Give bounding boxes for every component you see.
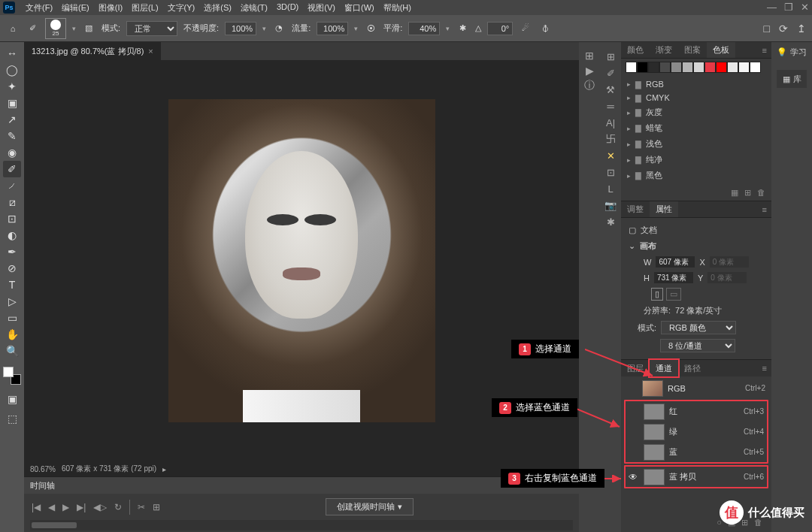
menu-窗口(W)[interactable]: 窗口(W) [340,1,379,15]
stool-1[interactable]: ✐ [602,65,619,81]
stool-2[interactable]: ⚒ [602,81,619,98]
color-folder-灰度[interactable]: ▸▇灰度 [626,104,767,120]
menu-3D(D)[interactable]: 3D(D) [272,1,303,15]
stool-5[interactable]: 卐 [602,131,619,147]
stool-10[interactable]: ✱ [602,213,619,230]
tab-close-icon[interactable]: × [148,47,153,56]
colormode-select[interactable]: RGB 颜色 [661,321,736,334]
mtool-1[interactable]: ▶ [582,63,597,78]
close-button[interactable]: ✕ [801,2,809,13]
swatch-10[interactable] [738,62,750,73]
mtool-2[interactable]: ⓘ [582,78,597,93]
color-tab-颜色[interactable]: 颜色 [621,42,650,58]
timeline-scrollbar[interactable] [30,520,573,530]
tool-0[interactable]: ↔ [3,45,21,62]
brush-preview[interactable]: 25 [45,18,66,39]
swatch-11[interactable] [750,62,761,73]
grid-icon[interactable]: ⊞ [153,502,160,512]
menu-编辑(E)[interactable]: 编辑(E) [57,1,94,15]
frame-icon[interactable]: □ [764,23,770,35]
tool-10[interactable]: ⊡ [3,210,21,227]
folder-icon[interactable]: ▦ [731,188,738,198]
stool-7[interactable]: ⊡ [602,164,619,180]
swatch-picker-icon[interactable]: ▧ [82,22,95,35]
share-icon[interactable]: ↥ [797,23,806,35]
tool-12[interactable]: ✒ [3,243,21,260]
swatch-4[interactable] [671,62,682,73]
swatch-3[interactable] [659,62,671,73]
tool-4[interactable]: ↗ [3,111,21,128]
tl-ctrl-0[interactable]: |◀ [32,502,41,512]
flow-input[interactable] [317,22,348,35]
tool-8[interactable]: ⟋ [3,177,21,194]
trash-icon[interactable]: 🗑 [757,188,765,198]
pressure-opacity-icon[interactable]: ◔ [272,22,286,35]
color-folder-浅色[interactable]: ▸▇浅色 [626,136,767,152]
swatch-0[interactable] [626,62,637,73]
color-folder-蜡笔[interactable]: ▸▇蜡笔 [626,120,767,136]
canvas-collapse-icon[interactable]: ⌄ [629,241,635,251]
menu-滤镜(T)[interactable]: 滤镜(T) [236,1,272,15]
restore-button[interactable]: ❐ [784,2,793,13]
properties-tab[interactable]: 属性 [650,201,678,217]
width-input[interactable] [656,256,695,268]
airbrush-icon[interactable]: ⦿ [364,22,377,35]
stool-6[interactable]: ✕ [602,147,619,164]
symmetry-icon[interactable]: ⦽ [538,22,552,35]
adjustments-tab[interactable]: 调整 [621,201,650,217]
color-folder-纯净[interactable]: ▸▇纯净 [626,152,767,168]
tl-ctrl-1[interactable]: ◀ [48,502,55,512]
quickmask-icon[interactable]: ▣ [3,391,21,407]
foreground-color[interactable] [3,367,14,377]
tl-ctrl-5[interactable]: ↻ [114,502,122,512]
pressure-size-icon[interactable]: ☄ [519,22,532,35]
tool-13[interactable]: ⊘ [3,260,21,277]
stool-3[interactable]: ═ [602,98,619,114]
tool-9[interactable]: ⧄ [3,194,21,210]
brush-tool-icon[interactable]: ✐ [26,22,39,35]
channel-绿[interactable]: 绿Ctrl+4 [626,422,767,442]
menu-文件(F)[interactable]: 文件(F) [21,1,57,15]
tool-16[interactable]: ▭ [3,310,21,326]
color-tab-渐变[interactable]: 渐变 [650,42,678,58]
tool-18[interactable]: 🔍 [3,343,21,359]
tool-6[interactable]: ◉ [3,144,21,161]
height-input[interactable] [654,272,693,283]
scissors-icon[interactable]: ✂ [138,502,145,512]
channels-tab[interactable]: 通道 [650,360,678,376]
workspace-icon[interactable]: ⟳ [779,23,788,35]
menu-帮助(H)[interactable]: 帮助(H) [379,1,416,15]
swatch-9[interactable] [727,62,738,73]
landscape-icon[interactable]: ▭ [666,288,681,301]
layers-tab[interactable]: 图层 [621,360,650,376]
tool-1[interactable]: ◯ [3,62,21,78]
color-folder-CMYK[interactable]: ▸▇CMYK [626,91,767,104]
tl-ctrl-2[interactable]: ▶ [62,502,69,512]
smooth-input[interactable] [408,22,440,35]
blend-mode-select[interactable]: 正常 [126,21,177,36]
color-folder-黑色[interactable]: ▸▇黑色 [626,168,767,183]
swatch-6[interactable] [693,62,704,73]
tool-15[interactable]: ▷ [3,293,21,310]
portrait-icon[interactable]: ▯ [651,288,663,301]
tool-11[interactable]: ◐ [3,227,21,243]
color-tab-图案[interactable]: 图案 [678,42,707,58]
color-swatch[interactable] [3,367,21,385]
channel-rgb[interactable]: RGBCtrl+2 [624,378,768,398]
mtool-0[interactable]: ⊞ [582,48,597,63]
tool-3[interactable]: ▣ [3,95,21,111]
document-tab[interactable]: 13213.jpg @ 80.7%(蓝 拷贝/8) × [24,42,161,60]
swatch-5[interactable] [682,62,693,73]
tool-2[interactable]: ✦ [3,78,21,95]
color-tab-色板[interactable]: 色板 [707,42,735,58]
stool-8[interactable]: L [602,180,619,197]
menu-文字(Y)[interactable]: 文字(Y) [163,1,200,15]
opacity-input[interactable] [225,22,256,35]
swatch-8[interactable] [716,62,727,73]
bitdepth-select[interactable]: 8 位/通道 [660,339,735,352]
library-button[interactable]: ▦库 [777,70,807,88]
learn-button[interactable]: 💡学习 [777,47,807,58]
menu-图像(I)[interactable]: 图像(I) [94,1,127,15]
zoom-level[interactable]: 80.67% [30,465,56,473]
angle-input[interactable] [487,22,513,35]
